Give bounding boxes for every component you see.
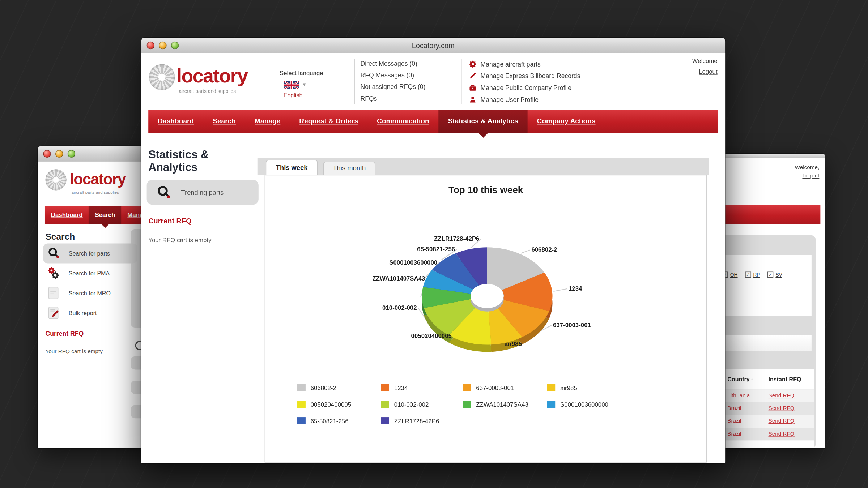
pie-label-606802-2: 606802-2: [531, 246, 557, 253]
pie-label-005020400005: 005020400005: [411, 333, 452, 339]
logout-link[interactable]: Logout: [802, 173, 819, 179]
legend-item-1234: 1234: [381, 384, 408, 391]
manage-link-label: Manage aircraft parts: [481, 61, 541, 67]
filter-label: OH: [730, 272, 738, 277]
nav-item-communication[interactable]: Communication: [367, 110, 439, 133]
magnifier-icon: [47, 246, 61, 261]
sidebar-item-trending-parts[interactable]: Trending parts: [147, 180, 259, 205]
close-button[interactable]: [43, 150, 51, 158]
main-window-body: locatory aircraft parts and supplies Sel…: [141, 53, 725, 463]
manage-link-manage-express-billboard-records[interactable]: Manage Express Billboard Records: [469, 70, 580, 82]
manage-link-label: Manage Public Company Profile: [481, 85, 571, 91]
pencil-document-icon: [47, 306, 61, 320]
left-menu-label: Search for PMA: [69, 270, 110, 277]
checkbox-checked-icon[interactable]: ✓: [767, 272, 773, 278]
filter-rp[interactable]: ✓RP: [745, 272, 760, 278]
pie-hole: [471, 284, 504, 308]
zoom-button[interactable]: [68, 150, 75, 158]
left-menu-search-for-pma[interactable]: Search for PMA: [43, 264, 137, 283]
left-menu-label: Search for MRO: [69, 290, 111, 296]
filter-sv[interactable]: ✓SV: [767, 272, 782, 278]
person-icon: [469, 96, 476, 103]
legend-item-65-50821-256: 65-50821-256: [297, 417, 349, 424]
briefcase-icon: [469, 84, 476, 91]
legend-swatch: [297, 384, 306, 391]
pie-label-637-0003-001: 637-0003-001: [553, 321, 591, 328]
sidebar-item-label: Trending parts: [181, 188, 224, 196]
legend-label: air985: [560, 384, 577, 391]
manage-links: Manage aircraft partsManage Express Bill…: [469, 58, 580, 106]
left-menu-search-for-parts[interactable]: Search for parts: [43, 243, 137, 263]
divider: [461, 59, 462, 104]
nav-item-manage[interactable]: Manage: [245, 110, 290, 133]
tab-this-week[interactable]: This week: [266, 160, 318, 175]
legend-label: 1234: [394, 384, 408, 391]
logo-tagline: aircraft parts and supplies: [71, 190, 119, 195]
main-navbar: DashboardSearchManageRequest & OrdersCom…: [148, 110, 718, 133]
locatory-logo-icon: [46, 169, 67, 190]
legend-item-010-002-002: 010-002-002: [381, 401, 429, 408]
gears-icon: [47, 266, 61, 281]
legend-item-005020400005: 005020400005: [297, 401, 351, 408]
send-rfq-link[interactable]: Send RFQ: [768, 418, 794, 424]
desktop: locatory aircraft parts and supplies Das…: [0, 0, 868, 488]
send-rfq-link[interactable]: Send RFQ: [768, 431, 794, 437]
condition-filters: ✓OH✓RP✓SV: [722, 272, 790, 278]
chevron-down-icon[interactable]: ▾: [303, 81, 306, 88]
left-menu-bulk-report[interactable]: Bulk report: [43, 303, 137, 323]
left-nav-item-search[interactable]: Search: [89, 206, 122, 224]
divider: [354, 59, 355, 104]
pie-label-65-50821-256: 65-50821-256: [417, 246, 455, 252]
logout-link[interactable]: Logout: [699, 68, 718, 74]
header-link-direct-messages-0[interactable]: Direct Messages (0): [360, 58, 425, 70]
legend-swatch: [297, 401, 306, 408]
legend-item-606802-2: 606802-2: [297, 384, 336, 391]
legend-label: ZZLR1728-42P6: [394, 418, 439, 424]
pie-label-air985: air985: [504, 340, 522, 347]
legend-swatch: [463, 384, 471, 391]
page-title-line1: Statistics &: [148, 148, 209, 160]
nav-item-statistics-analytics[interactable]: Statistics & Analytics: [439, 110, 528, 133]
send-rfq-link[interactable]: Send RFQ: [768, 405, 794, 411]
uk-flag-icon[interactable]: [284, 81, 299, 89]
manage-link-manage-aircraft-parts[interactable]: Manage aircraft parts: [469, 58, 580, 70]
header-link-not-assigned-rfqs-0[interactable]: Not assigned RFQs (0): [360, 81, 425, 93]
nav-item-request-orders[interactable]: Request & Orders: [290, 110, 367, 133]
main-window-titlebar[interactable]: Locatory.com: [141, 38, 725, 53]
sort-icon[interactable]: ↕: [751, 377, 753, 382]
header-link-rfqs[interactable]: RFQs: [360, 93, 425, 104]
left-menu-search-for-mro[interactable]: Search for MRO: [43, 283, 137, 303]
nav-item-dashboard[interactable]: Dashboard: [148, 110, 203, 133]
document-icon: [47, 286, 61, 300]
legend-swatch: [381, 417, 389, 424]
legend-item-637-0003-001: 637-0003-001: [463, 384, 514, 391]
country-cell: Brazil: [727, 418, 741, 424]
current-rfq-heading: Current RFQ: [148, 217, 191, 225]
pie-label-s0001003600000: S0001003600000: [389, 259, 437, 265]
top10-pie-chart: [385, 219, 595, 385]
header-link-rfq-messages-0[interactable]: RFQ Messages (0): [360, 70, 425, 81]
selected-language[interactable]: English: [284, 92, 303, 98]
legend-swatch: [381, 384, 389, 391]
country-cell: Lithuania: [727, 392, 750, 398]
main-window: Locatory.com locatory aircraft parts and…: [141, 38, 725, 463]
column-country[interactable]: Country: [727, 376, 750, 382]
manage-link-manage-public-company-profile[interactable]: Manage Public Company Profile: [469, 82, 580, 94]
nav-item-company-actions[interactable]: Company Actions: [528, 110, 605, 133]
nav-item-search[interactable]: Search: [203, 110, 245, 133]
logo-tagline: aircraft parts and supplies: [179, 89, 236, 94]
legend-swatch: [547, 384, 555, 391]
filter-label: SV: [775, 272, 782, 277]
send-rfq-link[interactable]: Send RFQ: [768, 392, 794, 398]
label-leader-line: [521, 250, 530, 253]
manage-link-label: Manage Express Billboard Records: [481, 73, 580, 79]
legend-swatch: [463, 401, 471, 408]
legend-item-zzlr1728-42p6: ZZLR1728-42P6: [381, 417, 439, 424]
manage-link-manage-user-profile[interactable]: Manage User Profile: [469, 94, 580, 106]
checkbox-checked-icon[interactable]: ✓: [745, 272, 751, 278]
chart-title: Top 10 this week: [265, 185, 707, 196]
tab-this-month[interactable]: This month: [323, 162, 375, 175]
minimize-button[interactable]: [55, 150, 63, 158]
left-nav-item-dashboard[interactable]: Dashboard: [45, 206, 89, 224]
locatory-logo-icon: [149, 64, 175, 90]
